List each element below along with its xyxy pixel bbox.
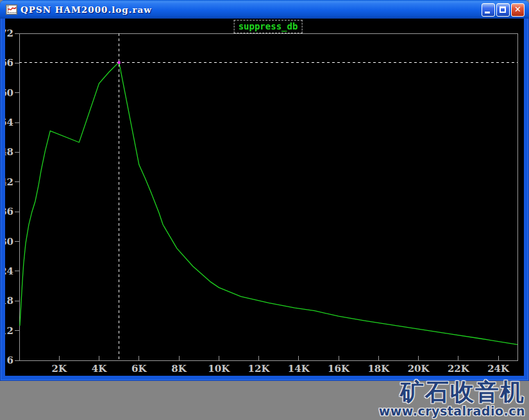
x-tick-label: 16K xyxy=(328,363,350,374)
plot-border xyxy=(19,33,517,360)
x-tick-label: 6K xyxy=(131,363,147,374)
y-tick-label: 18 xyxy=(5,295,13,307)
x-tick-label: 2K xyxy=(52,363,67,374)
y-tick-label: 36 xyxy=(5,206,13,217)
waveform-chart-icon xyxy=(6,4,17,15)
window-controls: ✕ xyxy=(482,3,525,17)
watermark-site-url: www.crystalradio.cn xyxy=(379,405,525,418)
y-tick-label: 48 xyxy=(5,146,13,158)
y-tick-label: 54 xyxy=(5,117,13,128)
x-tick-label: 18K xyxy=(367,363,390,374)
watermark: 矿石收音机 www.crystalradio.cn xyxy=(379,380,525,418)
maximize-icon xyxy=(500,6,506,13)
y-tick-label: 60 xyxy=(5,87,13,99)
y-tick-label: 72 xyxy=(5,28,13,39)
y-tick-label: 12 xyxy=(5,325,13,337)
y-tick-label: 42 xyxy=(5,176,13,188)
app-window: QPSN HAM2000.log.raw ✕ 61218243036424854… xyxy=(0,0,529,381)
x-tick-label: 4K xyxy=(92,363,107,374)
x-tick-label: 14K xyxy=(288,363,310,374)
screenshot-canvas: QPSN HAM2000.log.raw ✕ 61218243036424854… xyxy=(0,0,529,420)
y-tick-label: 30 xyxy=(5,236,13,248)
maximize-button[interactable] xyxy=(496,3,510,17)
trace-label[interactable]: suppress_db xyxy=(234,20,303,33)
curve-suppress_db[interactable] xyxy=(20,62,517,345)
close-icon: ✕ xyxy=(512,4,524,14)
x-tick-label: 12K xyxy=(248,363,271,374)
waveform-plot[interactable]: 612182430364248546066722K4K6K8K10K12K14K… xyxy=(5,19,524,376)
minimize-icon xyxy=(485,12,490,13)
close-button[interactable]: ✕ xyxy=(511,3,525,17)
y-tick-label: 24 xyxy=(5,265,13,277)
x-tick-label: 22K xyxy=(448,363,470,374)
waveform-pane[interactable]: 612182430364248546066722K4K6K8K10K12K14K… xyxy=(5,19,524,376)
watermark-site-name: 矿石收音机 xyxy=(379,380,525,405)
x-tick-label: 20K xyxy=(408,363,430,374)
title-bar[interactable]: QPSN HAM2000.log.raw ✕ xyxy=(0,0,529,19)
minimize-button[interactable] xyxy=(482,3,495,17)
x-tick-label: 10K xyxy=(208,363,230,374)
x-tick-label: 8K xyxy=(171,363,187,374)
y-tick-label: 66 xyxy=(5,57,13,69)
y-tick-label: 6 xyxy=(7,355,13,366)
window-title: QPSN HAM2000.log.raw xyxy=(21,4,152,15)
cursor-peak-marker xyxy=(118,62,121,64)
x-tick-label: 24K xyxy=(487,363,510,374)
